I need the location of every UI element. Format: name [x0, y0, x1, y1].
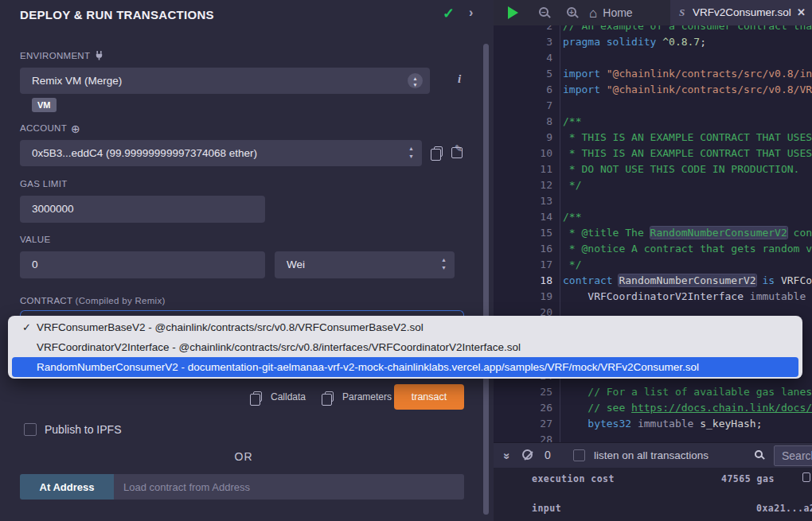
line-number: 26 [494, 400, 552, 416]
collapse-icon[interactable]: « [498, 453, 512, 459]
panel-scrollbar[interactable] [483, 44, 489, 515]
terminal-search-input[interactable] [774, 445, 812, 466]
contract-label: CONTRACT (Compiled by Remix) [20, 296, 166, 305]
deploy-actions-row: Calldata Parameters transact [0, 384, 487, 410]
code-line: import "@chainlink/contracts/src/v0.8/in… [563, 66, 812, 82]
line-number: 5 [494, 66, 552, 82]
contract-dropdown-list: ✓VRFConsumerBaseV2 - @chainlink/contract… [8, 316, 802, 379]
gas-limit-input[interactable]: 3000000 [20, 196, 265, 223]
editor-tabbar: − + ⌂Home S VRFv2Consumer.sol ✕ [494, 0, 812, 25]
plus-icon[interactable]: ⊕ [71, 122, 80, 135]
calldata-label[interactable]: Calldata [271, 391, 306, 402]
environment-value: Remix VM (Merge) [32, 75, 122, 87]
code-line: * @notice A contract that gets random va… [563, 241, 812, 257]
solidity-icon: S [679, 6, 685, 19]
code-line: VRFCoordinatorV2Interface immutable COOR… [563, 289, 812, 305]
indent-guide [560, 25, 560, 442]
contract-dropdown-item-label: RandomNumberConsumerV2 - documentation-g… [37, 361, 699, 373]
publish-ipfs-label: Publish to IPFS [45, 423, 122, 436]
terminal-count: 0 [545, 449, 551, 461]
copy-icon[interactable] [434, 146, 443, 157]
contract-dropdown-item[interactable]: ✓VRFConsumerBaseV2 - @chainlink/contract… [8, 317, 802, 337]
editor-pane: 2// An example of a consumer contract th… [494, 0, 812, 521]
code-line: */ [563, 257, 581, 273]
line-number: 6 [494, 82, 552, 98]
chevron-updown-icon[interactable]: ▲▼ [408, 73, 423, 88]
line-number: 18 [494, 273, 552, 289]
line-number: 27 [494, 416, 552, 432]
at-address-button[interactable]: At Address [20, 474, 114, 500]
code-line: /** [563, 114, 581, 130]
dropdown-check-icon: ✓ [22, 317, 31, 337]
code-line: import "@chainlink/contracts/src/v0.8/VR… [563, 82, 812, 98]
environment-select[interactable]: Remix VM (Merge) ▲▼ [20, 68, 430, 94]
chevron-updown-icon[interactable]: ▲▼ [408, 145, 414, 161]
tab-vrfv2consumer[interactable]: S VRFv2Consumer.sol ✕ [670, 0, 812, 25]
value-label: VALUE [20, 235, 50, 244]
line-number: 28 [494, 432, 552, 442]
parameters-label[interactable]: Parameters [342, 391, 392, 402]
search-icon [755, 450, 763, 458]
contract-dropdown-item-label: VRFConsumerBaseV2 - @chainlink/contracts… [37, 321, 424, 333]
edit-icon[interactable] [451, 147, 463, 158]
code-line: // An example of a consumer contract tha… [563, 25, 812, 34]
line-number: 14 [494, 209, 552, 225]
value-unit: Wei [287, 259, 305, 270]
terminal-content: execution cost 47565 gas input 0xa21...a… [494, 468, 812, 521]
code-line: contract RandomNumberConsumerV2 is VRFCo… [563, 273, 812, 289]
copy-icon[interactable] [802, 472, 810, 482]
copy-icon[interactable] [325, 391, 334, 402]
code-line: // see https://docs.chain.link/docs/vrf-… [563, 400, 812, 416]
line-number: 16 [494, 241, 552, 257]
or-divider: OR [0, 450, 487, 463]
gas-limit-label: GAS LIMIT [20, 179, 68, 189]
line-number: 25 [494, 384, 552, 400]
at-address-input[interactable] [114, 474, 464, 500]
line-number: 8 [494, 114, 552, 130]
home-icon: ⌂ [589, 6, 597, 21]
account-select[interactable]: 0x5B3...eddC4 (99.99999999997374068 ethe… [20, 140, 422, 166]
contract-dropdown-item[interactable]: VRFCoordinatorV2Interface - @chainlink/c… [8, 337, 802, 357]
code-line: * @title The RandomNumberConsumerV2 cont… [563, 225, 812, 241]
value-unit-select[interactable]: Wei ▲▼ [275, 251, 455, 278]
line-number: 11 [494, 161, 552, 177]
transact-button[interactable]: transact [394, 384, 464, 410]
listen-label: listen on all transactions [594, 449, 709, 461]
line-number: 3 [494, 34, 552, 50]
code-line: // For a list of available gas lanes on … [563, 384, 812, 400]
terminal-row-key: input [532, 503, 561, 514]
listen-checkbox[interactable] [573, 449, 585, 461]
line-number: 17 [494, 257, 552, 273]
line-number: 19 [494, 289, 552, 305]
value-input[interactable]: 0 [20, 251, 265, 278]
line-number: 4 [494, 50, 552, 66]
code-line: * THIS IS AN EXAMPLE CONTRACT THAT USES … [563, 130, 812, 146]
info-icon[interactable]: i [458, 72, 461, 86]
code-line: bytes32 immutable s_keyHash; [563, 416, 762, 432]
panel-title: DEPLOY & RUN TRANSACTIONS [20, 8, 214, 21]
line-number: 10 [494, 146, 552, 161]
zoom-out-icon[interactable]: − [539, 7, 548, 17]
copy-icon[interactable] [253, 391, 262, 402]
account-value: 0x5B3...eddC4 (99.99999999997374068 ethe… [32, 147, 257, 159]
publish-ipfs-checkbox[interactable] [24, 423, 37, 436]
plug-icon [94, 50, 104, 62]
zoom-in-icon[interactable]: + [567, 7, 576, 17]
block-icon[interactable] [522, 449, 533, 460]
code-editor[interactable]: 2// An example of a consumer contract th… [494, 25, 812, 442]
vm-badge: VM [32, 98, 57, 112]
play-icon[interactable] [508, 6, 518, 19]
line-number: 12 [494, 177, 552, 193]
contract-dropdown-item[interactable]: RandomNumberConsumerV2 - documentation-g… [12, 357, 798, 377]
line-number: 7 [494, 98, 552, 114]
tab-label: VRFv2Consumer.sol [693, 6, 791, 18]
line-number: 2 [494, 25, 552, 34]
close-icon[interactable]: ✕ [797, 6, 806, 18]
account-label: ACCOUNT⊕ [20, 122, 80, 135]
code-line: */ [563, 177, 581, 193]
chevron-right-icon[interactable]: › [469, 6, 473, 20]
line-number: 9 [494, 130, 552, 146]
environment-label: ENVIRONMENT [20, 50, 104, 62]
chevron-updown-icon[interactable]: ▲▼ [441, 256, 447, 272]
tab-home[interactable]: ⌂Home [589, 0, 633, 25]
